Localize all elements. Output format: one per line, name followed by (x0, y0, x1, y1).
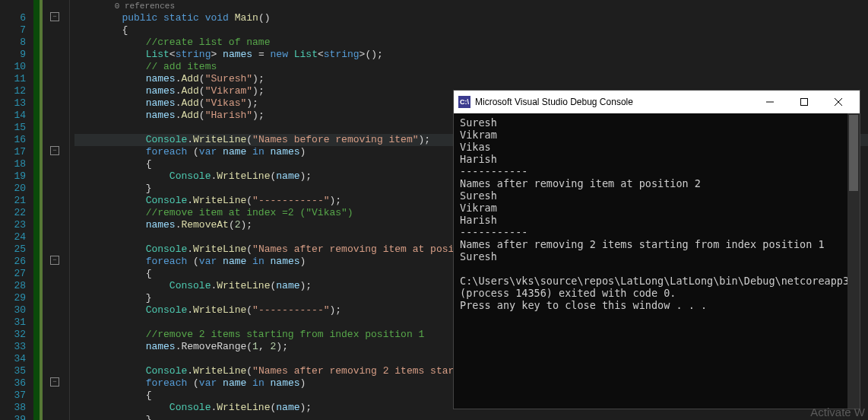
line-number: 22 (0, 207, 26, 219)
codelens-references[interactable]: 0 references (115, 2, 175, 11)
line-number: 15 (0, 122, 26, 134)
fold-toggle-icon[interactable]: − (50, 12, 59, 21)
debug-console-window: C:\ Microsoft Visual Studio Debug Consol… (453, 90, 860, 409)
line-number: 21 (0, 195, 26, 207)
line-number: 26 (0, 256, 26, 268)
line-number: 10 (0, 61, 26, 73)
windows-watermark: Activate W (810, 406, 865, 418)
line-number: 31 (0, 317, 26, 329)
line-number: 32 (0, 329, 26, 341)
line-number: 20 (0, 183, 26, 195)
line-number: 30 (0, 304, 26, 317)
line-number: 8 (0, 37, 26, 49)
line-number: 18 (0, 158, 26, 170)
maximize-button[interactable] (787, 91, 821, 113)
line-number: 12 (0, 85, 26, 97)
console-title: Microsoft Visual Studio Debug Console (475, 97, 752, 107)
line-number: 13 (0, 97, 26, 110)
line-number: 25 (0, 243, 26, 256)
line-number: 23 (0, 219, 26, 231)
line-number: 35 (0, 365, 26, 377)
line-number: 29 (0, 292, 26, 304)
console-app-icon: C:\ (458, 96, 470, 108)
minimize-button[interactable] (752, 91, 787, 113)
line-number: 38 (0, 402, 26, 414)
line-number: 7 (0, 24, 26, 37)
scrollbar-thumb[interactable] (849, 115, 858, 191)
line-number: 33 (0, 341, 26, 353)
line-number: 37 (0, 390, 26, 402)
line-number: 17 (0, 146, 26, 158)
line-number: 28 (0, 280, 26, 292)
line-number: 6 (0, 12, 26, 24)
line-number: 19 (0, 170, 26, 183)
line-number: 24 (0, 231, 26, 243)
line-number-gutter: 6 7 8 9 10 11 12 13 14 15 16 17 18 19 20… (0, 0, 33, 420)
fold-toggle-icon[interactable]: − (50, 377, 59, 387)
line-number: 11 (0, 73, 26, 85)
line-number: 9 (0, 49, 26, 61)
fold-toggle-icon[interactable]: − (50, 146, 59, 155)
fold-margin: − − − − (43, 0, 70, 420)
console-scrollbar[interactable] (847, 113, 860, 409)
line-number: 34 (0, 353, 26, 365)
close-button[interactable] (821, 91, 855, 113)
line-number: 16 (0, 134, 26, 146)
line-number: 39 (0, 414, 26, 420)
line-number: 36 (0, 377, 26, 390)
svg-rect-1 (800, 99, 807, 106)
indicator-margin (33, 0, 40, 420)
console-titlebar[interactable]: C:\ Microsoft Visual Studio Debug Consol… (454, 91, 860, 113)
console-output[interactable]: Suresh Vikram Vikas Harish ----------- N… (454, 113, 860, 409)
line-number: 14 (0, 110, 26, 122)
fold-toggle-icon[interactable]: − (50, 256, 59, 265)
line-number: 27 (0, 268, 26, 280)
